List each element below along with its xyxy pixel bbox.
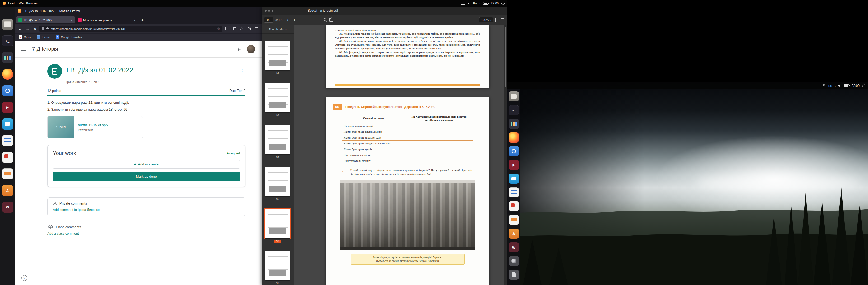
- page-thumbnail[interactable]: [266, 167, 290, 196]
- thumbnail-page-94[interactable]: 94: [266, 126, 290, 159]
- bookmark-star-icon[interactable]: ☆: [217, 27, 220, 31]
- attachment-title[interactable]: англія 11-15 ст.pptx: [78, 123, 108, 127]
- dock-icon-pdf-document[interactable]: [2, 152, 13, 163]
- page-thumbnail[interactable]: [266, 83, 290, 112]
- page-thumbnail[interactable]: [266, 126, 290, 154]
- volume-icon[interactable]: [468, 2, 470, 5]
- dock-icon-messenger[interactable]: [509, 174, 519, 184]
- dock-icon-camera[interactable]: [2, 85, 13, 96]
- annotate-icon[interactable]: [330, 18, 333, 22]
- tab-classroom[interactable]: І.В. Д/з за 01.02.2022 ×: [17, 16, 75, 24]
- volume-icon[interactable]: [838, 84, 841, 87]
- firefox-titlebar[interactable]: І.В. Д/з за 01.02.2022 — Mozilla Firefox: [15, 7, 261, 15]
- app-menu-button[interactable]: [254, 26, 259, 32]
- account-button[interactable]: [239, 26, 245, 32]
- dock-icon-presentation-document[interactable]: [2, 168, 13, 179]
- dock-icon-system-monitor[interactable]: [2, 52, 13, 63]
- zoom-control[interactable]: 100% ▾: [479, 17, 493, 23]
- bookmark-page-icon[interactable]: [495, 18, 498, 22]
- power-icon[interactable]: [862, 84, 865, 87]
- google-apps-icon[interactable]: [238, 47, 242, 51]
- library-button[interactable]: [224, 26, 230, 32]
- thumbnail-page-97[interactable]: 97: [266, 251, 290, 285]
- close-tab-icon[interactable]: ×: [69, 19, 73, 22]
- dock-icon-system-monitor[interactable]: [509, 119, 519, 129]
- url-text[interactable]: https://classroom.google.com/u/0/c/MzkwM…: [51, 27, 211, 30]
- dock-icon-image-editor[interactable]: [509, 256, 519, 266]
- add-private-comment-link[interactable]: Add comment to Ірина Лисенко: [53, 208, 240, 212]
- clock[interactable]: 22:00: [491, 2, 499, 5]
- dock-icon-files[interactable]: [2, 19, 13, 30]
- dock-icon-writer-document[interactable]: [509, 187, 519, 198]
- scrollbar[interactable]: [504, 25, 507, 285]
- url-bar[interactable]: https://classroom.google.com/u/0/c/MzkwM…: [39, 26, 222, 32]
- new-tab-button[interactable]: +: [139, 18, 146, 22]
- attachment-card[interactable]: АНГЛІЯ англія 11-15 ст.pptx PowerPoint: [47, 116, 143, 138]
- dock-icon-terminal[interactable]: [2, 35, 13, 46]
- pdf-titlebar[interactable]: Всесвітня історія.pdf: [261, 7, 507, 14]
- sidebar-button[interactable]: [231, 26, 237, 32]
- wifi-icon[interactable]: [822, 84, 826, 87]
- dock-icon-messenger[interactable]: [2, 118, 13, 130]
- thumbnails-selector[interactable]: Thumbnails ▾: [261, 25, 294, 34]
- add-or-create-button[interactable]: + Add or create: [53, 160, 240, 169]
- help-icon[interactable]: ?: [21, 275, 27, 281]
- reload-button[interactable]: ↻: [32, 26, 38, 32]
- course-title[interactable]: 7-Д Історія: [32, 46, 58, 52]
- page-thumbnail[interactable]: [266, 251, 290, 280]
- forward-button[interactable]: →: [25, 26, 30, 32]
- thumbnail-page-93[interactable]: 93: [266, 83, 290, 117]
- page-number-input[interactable]: 96: [264, 17, 273, 23]
- dock-icon-trash[interactable]: [509, 270, 519, 280]
- dock-icon-wine-app[interactable]: [2, 202, 13, 213]
- pdf-canvas[interactable]: …яким основні мали відповідати… 39. Жодн…: [294, 25, 507, 285]
- keyboard-layout-indicator[interactable]: Ru: [473, 2, 477, 5]
- dock-icon-pdf-document[interactable]: [509, 201, 519, 211]
- overflow-icon[interactable]: ⋯: [212, 27, 215, 31]
- dock-icon-wine-app[interactable]: [509, 242, 519, 252]
- clock[interactable]: 22:00: [851, 84, 860, 87]
- dock-icon-terminal[interactable]: [509, 105, 519, 115]
- scrollbar-thumb[interactable]: [505, 27, 506, 87]
- thumbnail-page-96[interactable]: 96: [266, 209, 290, 243]
- focused-app-menu[interactable]: Firefox Web Browser: [3, 2, 38, 5]
- dock-icon-files[interactable]: [509, 91, 519, 101]
- add-class-comment-link[interactable]: Add a class comment: [47, 232, 245, 236]
- menu-icon[interactable]: [501, 19, 504, 22]
- keyboard-layout-indicator[interactable]: Ru: [828, 84, 832, 87]
- dock-icon-media-player[interactable]: [509, 160, 519, 170]
- avatar[interactable]: [247, 45, 255, 53]
- main-menu-icon[interactable]: [21, 47, 26, 51]
- search-icon[interactable]: [324, 18, 327, 22]
- page-thumbnail[interactable]: [266, 41, 290, 70]
- battery-icon[interactable]: [844, 84, 849, 87]
- dock-icon-firefox[interactable]: [509, 133, 519, 143]
- dock-icon-writer-document[interactable]: [2, 135, 13, 146]
- back-button[interactable]: ←: [17, 26, 23, 32]
- dock-icon-firefox[interactable]: [2, 69, 13, 80]
- previous-page-button[interactable]: ‹: [285, 17, 290, 22]
- dock-icon-presentation-document[interactable]: [509, 215, 519, 225]
- battery-icon[interactable]: [483, 2, 488, 5]
- thumbnail-page-92[interactable]: 92: [266, 41, 290, 75]
- extensions-button[interactable]: [246, 26, 252, 32]
- question-block: У якій статті хартії підкреслено значенн…: [342, 168, 472, 176]
- more-options-icon[interactable]: ⋮: [239, 67, 245, 72]
- close-tab-icon[interactable]: ×: [133, 19, 136, 22]
- power-icon[interactable]: [501, 2, 504, 5]
- thumbnail-page-95[interactable]: 95: [266, 167, 290, 201]
- bookmark-folder-school[interactable]: Школа: [37, 35, 51, 39]
- dock-icon-camera[interactable]: [509, 146, 519, 156]
- tab-music[interactable]: Моя любов — рожеві… ×: [76, 16, 138, 24]
- window-controls[interactable]: [265, 10, 273, 12]
- shield-icon[interactable]: [42, 27, 44, 30]
- bookmark-gmail[interactable]: M Gmail: [19, 35, 31, 39]
- mark-as-done-button[interactable]: Mark as done: [53, 172, 240, 181]
- dock-icon-libreoffice[interactable]: [509, 228, 519, 239]
- next-page-button[interactable]: ›: [292, 17, 297, 22]
- dock-icon-libreoffice[interactable]: [2, 185, 13, 196]
- bookmark-translate[interactable]: G Google Translate: [56, 35, 83, 39]
- display-icon[interactable]: [461, 2, 465, 5]
- page-thumbnail[interactable]: [266, 209, 290, 238]
- dock-icon-media-player[interactable]: [2, 102, 13, 113]
